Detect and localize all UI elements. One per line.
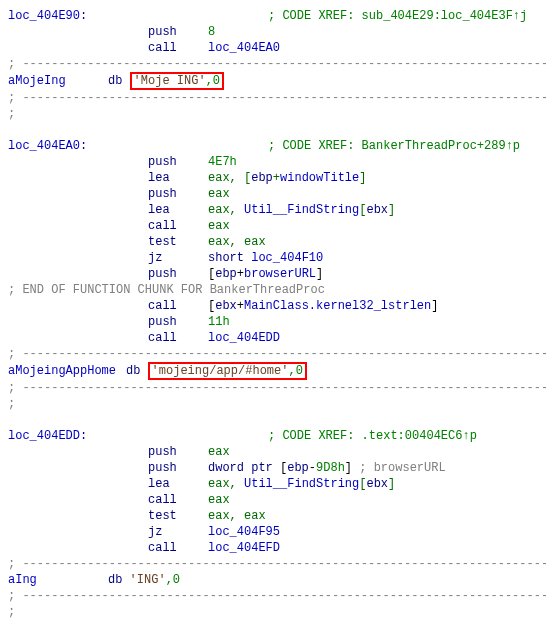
operand: loc_404EA0 <box>208 41 280 55</box>
mnemonic: jz <box>148 250 208 266</box>
operand: 4E7h <box>208 155 237 169</box>
instr-line: callloc_404EA0 <box>8 40 538 56</box>
symbol-label: aMojeIng <box>8 73 108 89</box>
instr-line: calleax <box>8 218 538 234</box>
operand: eax, [ebp+windowTitle] <box>208 171 366 185</box>
operand: eax <box>208 493 230 507</box>
xref-comment: ; CODE XREF: .text:00404EC6↑p <box>268 429 477 443</box>
mnemonic: call <box>148 540 208 556</box>
instr-line: leaeax, Util__FindString[ebx] <box>8 202 538 218</box>
instr-line: testeax, eax <box>8 234 538 250</box>
operand: eax, Util__FindString[ebx] <box>208 203 395 217</box>
operand: 11h <box>208 315 230 329</box>
instr-line: push4E7h <box>8 154 538 170</box>
mnemonic: push <box>148 154 208 170</box>
mnemonic: call <box>148 218 208 234</box>
instr-line: testeax, eax <box>8 508 538 524</box>
operand: eax <box>208 219 230 233</box>
operand: loc_404EFD <box>208 541 280 555</box>
highlighted-string: 'Moje ING',0 <box>130 72 224 90</box>
separator: ; --------------------------------------… <box>8 346 538 362</box>
label: loc_404EA0: <box>8 138 148 154</box>
label: loc_404E90: <box>8 8 148 24</box>
mnemonic: test <box>148 508 208 524</box>
instr-line: push11h <box>8 314 538 330</box>
instr-line: pushdword ptr [ebp-9D8h] ; browserURL <box>8 460 538 476</box>
operand: eax <box>208 445 230 459</box>
xref-comment: ; CODE XREF: BankerThreadProc+289↑p <box>268 139 520 153</box>
label-line: loc_404EA0:; CODE XREF: BankerThreadProc… <box>8 138 538 154</box>
mnemonic: call <box>148 330 208 346</box>
operand: dword ptr [ebp-9D8h] ; browserURL <box>208 461 446 475</box>
instr-line: jzshort loc_404F10 <box>8 250 538 266</box>
data-line: aIngdb 'ING',0 <box>8 572 538 588</box>
operand: eax, eax <box>208 509 266 523</box>
mnemonic: push <box>148 460 208 476</box>
mnemonic: test <box>148 234 208 250</box>
operand: short loc_404F10 <box>208 251 323 265</box>
comment-blank: ; <box>8 396 538 412</box>
disassembly-listing: loc_404E90:; CODE XREF: sub_404E29:loc_4… <box>8 8 538 628</box>
mnemonic: lea <box>148 202 208 218</box>
data-line: aMojeingAppHomedb 'mojeing/app/#home',0 <box>8 362 538 380</box>
mnemonic: call <box>148 492 208 508</box>
label-line: loc_404E90:; CODE XREF: sub_404E29:loc_4… <box>8 8 538 24</box>
label: loc_404EDD: <box>8 428 148 444</box>
mnemonic: push <box>148 266 208 282</box>
instr-line: leaeax, Util__FindString[ebx] <box>8 476 538 492</box>
string-literal: 'ING' <box>130 573 166 587</box>
separator: ; --------------------------------------… <box>8 556 538 572</box>
mnemonic: push <box>148 444 208 460</box>
db-directive: db <box>108 74 122 88</box>
instr-line: pusheax <box>8 444 538 460</box>
instr-line: pusheax <box>8 186 538 202</box>
instr-line: call[ebx+MainClass.kernel32_lstrlen] <box>8 298 538 314</box>
mnemonic: lea <box>148 170 208 186</box>
operand: [ebp+browserURL] <box>208 267 323 281</box>
db-directive: db <box>126 364 140 378</box>
mnemonic: push <box>148 186 208 202</box>
end-chunk-comment: ; END OF FUNCTION CHUNK FOR BankerThread… <box>8 282 538 298</box>
separator: ; --------------------------------------… <box>8 588 538 604</box>
instr-line: jzloc_404F95 <box>8 524 538 540</box>
comment-blank: ; <box>8 604 538 620</box>
instr-line: push[ebp+browserURL] <box>8 266 538 282</box>
operand: [ebx+MainClass.kernel32_lstrlen] <box>208 299 438 313</box>
symbol-label: aIng <box>8 572 108 588</box>
mnemonic: jz <box>148 524 208 540</box>
xref-comment: ; CODE XREF: sub_404E29:loc_404E3F↑j <box>268 9 527 23</box>
instr-line: leaeax, [ebp+windowTitle] <box>8 170 538 186</box>
comment-blank: ; <box>8 106 538 122</box>
label-line: loc_404EDD:; CODE XREF: .text:00404EC6↑p <box>8 428 538 444</box>
separator: ; --------------------------------------… <box>8 380 538 396</box>
db-directive: db <box>108 573 122 587</box>
operand: eax <box>208 187 230 201</box>
instr-line: callloc_404EFD <box>8 540 538 556</box>
instr-line: callloc_404EDD <box>8 330 538 346</box>
operand: loc_404EDD <box>208 331 280 345</box>
mnemonic: push <box>148 314 208 330</box>
data-line: aMojeIngdb 'Moje ING',0 <box>8 72 538 90</box>
highlighted-string: 'mojeing/app/#home',0 <box>148 362 307 380</box>
operand: 8 <box>208 25 215 39</box>
separator: ; --------------------------------------… <box>8 56 538 72</box>
instr-line: calleax <box>8 492 538 508</box>
symbol-label: aMojeingAppHome <box>8 363 126 379</box>
mnemonic: call <box>148 40 208 56</box>
instr-line: push8 <box>8 24 538 40</box>
operand: loc_404F95 <box>208 525 280 539</box>
mnemonic: push <box>148 24 208 40</box>
operand: eax, eax <box>208 235 266 249</box>
operand: eax, Util__FindString[ebx] <box>208 477 395 491</box>
mnemonic: call <box>148 298 208 314</box>
mnemonic: lea <box>148 476 208 492</box>
separator: ; --------------------------------------… <box>8 90 538 106</box>
